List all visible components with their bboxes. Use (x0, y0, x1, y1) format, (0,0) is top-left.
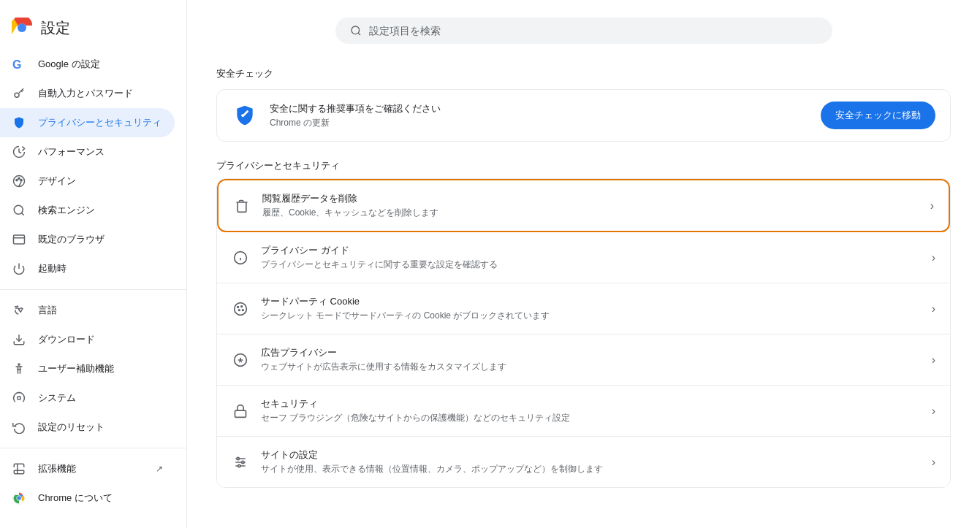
privacy-item-cookie[interactable]: サードパーティ Cookie シークレット モードでサードパーティの Cooki… (217, 283, 950, 334)
reset-icon (12, 420, 26, 435)
privacy-item-cookie-title: サードパーティ Cookie (261, 295, 920, 308)
sidebar-item-about-label: Chrome について (38, 491, 163, 505)
arrow-right-icon-3: › (932, 302, 935, 315)
sidebar-item-language-label: 言語 (38, 304, 163, 317)
lock-icon (232, 402, 249, 420)
browser-icon (12, 232, 26, 247)
privacy-list: 閲覧履歴データを削除 履歴、Cookie、キャッシュなどを削除します › プライ… (216, 178, 951, 488)
safety-check-main-text: 安全に関する推奨事項をご確認ください (270, 102, 809, 115)
sidebar-item-browser[interactable]: 既定のブラウザ (0, 225, 175, 254)
system-icon (12, 391, 26, 405)
arrow-right-icon-4: › (932, 353, 935, 367)
svg-point-9 (16, 179, 18, 180)
sidebar-item-search[interactable]: 検索エンジン (0, 196, 175, 225)
search-bar (335, 18, 832, 44)
sidebar-item-privacy[interactable]: プライバシーとセキュリティ (0, 108, 175, 137)
sidebar-title-row: 設定 (0, 12, 186, 50)
sidebar-item-google-label: Google の設定 (38, 58, 163, 71)
sidebar-item-extensions-label: 拡張機能 (38, 462, 144, 475)
privacy-item-security-text: セキュリティ セーフ ブラウジング（危険なサイトからの保護機能）などのセキュリテ… (261, 397, 920, 424)
privacy-item-site-settings[interactable]: サイトの設定 サイトが使用、表示できる情報（位置情報、カメラ、ポップアップなど）… (217, 437, 950, 487)
privacy-item-clear-browsing-desc: 履歴、Cookie、キャッシュなどを削除します (262, 207, 919, 219)
privacy-item-cookie-text: サードパーティ Cookie シークレット モードでサードパーティの Cooki… (261, 295, 920, 322)
svg-point-27 (238, 306, 239, 307)
sidebar-item-design-label: デザイン (38, 175, 163, 188)
svg-text:G: G (12, 58, 21, 71)
svg-point-38 (238, 464, 240, 467)
google-icon: G (12, 57, 26, 72)
search-icon (12, 203, 26, 218)
svg-point-23 (352, 26, 360, 34)
svg-line-24 (358, 33, 360, 35)
sidebar-item-privacy-label: プライバシーとセキュリティ (38, 116, 163, 129)
privacy-item-security-desc: セーフ ブラウジング（危険なサイトからの保護機能）などのセキュリティ設定 (261, 412, 920, 424)
sidebar-item-performance[interactable]: パフォーマンス (0, 137, 175, 167)
external-link-icon: ↗ (156, 464, 163, 474)
svg-line-7 (21, 91, 23, 92)
sidebar-item-reset-label: 設定のリセット (38, 421, 163, 434)
safety-check-text-block: 安全に関する推奨事項をご確認ください Chrome の更新 (270, 102, 809, 129)
svg-point-22 (17, 496, 21, 500)
svg-point-30 (243, 309, 244, 310)
svg-point-37 (242, 461, 244, 463)
privacy-item-site-settings-title: サイトの設定 (261, 448, 920, 462)
privacy-item-ad[interactable]: 広告プライバシー ウェブサイトが広告表示に使用する情報をカスタマイズします › (217, 334, 950, 386)
sidebar-item-autofill[interactable]: 自動入力とパスワード (0, 79, 175, 108)
privacy-item-security[interactable]: セキュリティ セーフ ブラウジング（危険なサイトからの保護機能）などのセキュリテ… (217, 386, 950, 437)
svg-rect-32 (235, 410, 246, 417)
sidebar-item-autofill-label: 自動入力とパスワード (38, 87, 163, 100)
sidebar-item-download-label: ダウンロード (38, 333, 163, 346)
svg-point-1 (18, 23, 26, 32)
search-bar-icon (350, 25, 362, 37)
sidebar-divider-2 (0, 448, 186, 448)
arrow-right-icon-5: › (932, 405, 935, 418)
svg-point-29 (239, 309, 240, 310)
sidebar-item-startup-label: 起動時 (38, 262, 163, 275)
sidebar-item-google[interactable]: G Google の設定 (0, 50, 175, 79)
sidebar: 設定 G Google の設定 自動入力とパスワード プライバシーとセキュリティ… (0, 0, 187, 528)
svg-point-12 (14, 205, 23, 214)
svg-line-13 (21, 213, 23, 215)
privacy-guide-icon (232, 249, 249, 267)
shield-icon (12, 115, 26, 130)
sidebar-item-language[interactable]: 言語 (0, 296, 175, 325)
search-input[interactable] (369, 25, 818, 37)
sidebar-item-download[interactable]: ダウンロード (0, 325, 175, 354)
privacy-item-guide-text: プライバシー ガイド プライバシーとセキュリティに関する重要な設定を確認する (261, 244, 920, 271)
svg-point-10 (18, 177, 20, 179)
privacy-item-ad-title: 広告プライバシー (261, 346, 920, 359)
safety-check-card: 安全に関する推奨事項をご確認ください Chrome の更新 安全チェックに移動 (216, 89, 951, 142)
svg-rect-14 (14, 235, 25, 244)
sidebar-item-performance-label: パフォーマンス (38, 145, 163, 158)
sidebar-item-extensions[interactable]: 拡張機能 ↗ (0, 454, 175, 483)
arrow-right-icon: › (930, 199, 934, 213)
sidebar-item-about[interactable]: Chrome について (0, 483, 175, 513)
privacy-item-site-settings-desc: サイトが使用、表示できる情報（位置情報、カメラ、ポップアップなど）を制御します (261, 463, 920, 475)
privacy-item-ad-desc: ウェブサイトが広告表示に使用する情報をカスタマイズします (261, 361, 920, 373)
arrow-right-icon-2: › (932, 251, 935, 264)
sidebar-item-system-label: システム (38, 391, 163, 405)
sidebar-item-startup[interactable]: 起動時 (0, 254, 175, 283)
accessibility-icon (12, 361, 26, 376)
palette-icon (12, 174, 26, 188)
privacy-item-guide[interactable]: プライバシー ガイド プライバシーとセキュリティに関する重要な設定を確認する › (217, 232, 950, 283)
power-icon (12, 261, 26, 276)
safety-check-button[interactable]: 安全チェックに移動 (821, 102, 935, 129)
privacy-item-security-title: セキュリティ (261, 397, 920, 410)
sidebar-divider-1 (0, 289, 186, 290)
safety-check-section-title: 安全チェック (216, 67, 951, 80)
sidebar-item-system[interactable]: システム (0, 383, 175, 413)
sidebar-item-accessibility-label: ユーザー補助機能 (38, 362, 163, 375)
privacy-item-clear-browsing[interactable]: 閲覧履歴データを削除 履歴、Cookie、キャッシュなどを削除します › (217, 179, 950, 232)
privacy-item-clear-browsing-title: 閲覧履歴データを削除 (262, 192, 919, 205)
ad-privacy-icon (232, 351, 249, 369)
download-icon (12, 332, 26, 347)
svg-point-28 (241, 305, 243, 307)
sidebar-item-accessibility[interactable]: ユーザー補助機能 (0, 354, 175, 383)
sidebar-item-reset[interactable]: 設定のリセット (0, 413, 175, 442)
sidebar-item-design[interactable]: デザイン (0, 167, 175, 196)
svg-point-19 (18, 397, 21, 400)
gauge-icon (12, 145, 26, 159)
privacy-item-ad-text: 広告プライバシー ウェブサイトが広告表示に使用する情報をカスタマイズします (261, 346, 920, 373)
svg-point-4 (15, 93, 19, 97)
